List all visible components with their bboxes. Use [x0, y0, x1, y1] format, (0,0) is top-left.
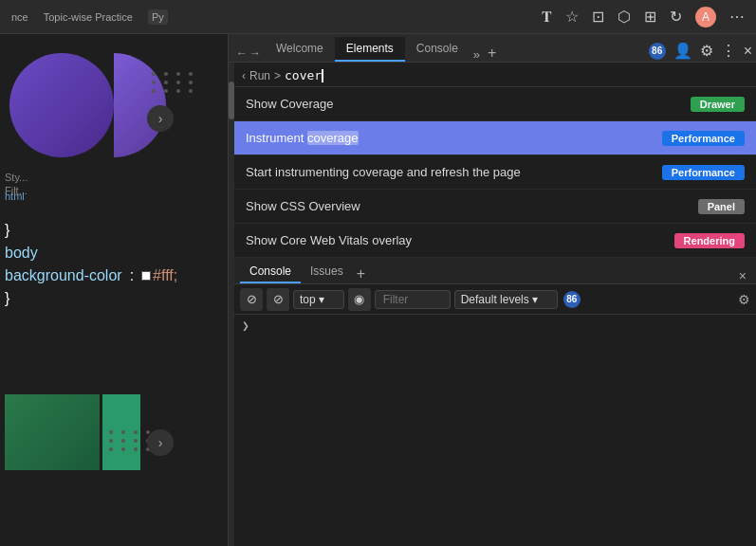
- devtools-nav-arrows: ← →: [232, 45, 265, 62]
- code-line-1: }: [5, 219, 223, 242]
- devtools-close-icon[interactable]: ×: [744, 43, 752, 60]
- browser-top-bar: nce Topic-wise Practice Py 𝐓 ☆ ⊡ ⬡ ⊞ ↻ A…: [0, 0, 756, 34]
- devtools-tab-icons: 86 👤 ⚙ ⋮ ×: [649, 42, 752, 62]
- command-dropdown: Show Coverage Drawer Instrument coverage…: [234, 87, 756, 258]
- cmd-show-core-web-vitals-label: Show Core Web Vitals overlay: [246, 233, 412, 247]
- tab-issues[interactable]: Issues: [301, 261, 353, 283]
- code-bg-value: #fff;: [153, 264, 177, 287]
- code-line-2: body: [5, 242, 223, 264]
- code-bg-prop: background-color: [5, 264, 122, 287]
- devtools-content: ‹ Run > cover Show Coverage Drawer: [234, 63, 756, 546]
- devtools-inner: ‹ Run > cover Show Coverage Drawer: [229, 63, 756, 546]
- console-area: Console Issues + × ⊘ ⊘ top: [234, 258, 756, 546]
- command-input-row: ‹ Run > cover: [242, 68, 748, 82]
- cmd-start-instrument[interactable]: Start instrumenting coverage and refresh…: [234, 155, 756, 190]
- cmd-coverage-highlight: coverage: [307, 131, 358, 145]
- cmd-instrument-coverage-badge: Performance: [662, 131, 745, 146]
- add-console-tab-icon[interactable]: +: [353, 266, 369, 282]
- green-rect-shape: [5, 394, 100, 470]
- devtools-user-icon[interactable]: 👤: [673, 42, 692, 60]
- source-code-area: } body background-color : #fff; }: [5, 219, 223, 310]
- tab-welcome[interactable]: Welcome: [265, 37, 335, 62]
- block-icon-button[interactable]: ⊘: [267, 288, 289, 311]
- browser-toolbar-icons: 𝐓 ☆ ⊡ ⬡ ⊞ ↻ A ⋯: [542, 7, 745, 27]
- devtools-nav-forward-icon[interactable]: →: [249, 46, 261, 60]
- html-ref-link[interactable]: html: [5, 191, 25, 202]
- code-brace-close-2: }: [5, 287, 9, 310]
- webpage-preview: › Sty... Filt... html } body background-…: [0, 34, 228, 546]
- tab-elements[interactable]: Elements: [335, 37, 405, 62]
- run-label: Run: [249, 69, 270, 82]
- tab-console[interactable]: Console: [240, 261, 301, 283]
- code-brace-close-1: }: [5, 219, 9, 242]
- default-levels-label: Default levels: [461, 293, 529, 306]
- clear-console-button[interactable]: ⊘: [240, 288, 263, 311]
- color-swatch: [141, 271, 151, 281]
- code-body-selector: body: [5, 242, 38, 264]
- console-prompt: ❯: [242, 318, 748, 333]
- console-toolbar: ⊘ ⊘ top ▾ ◉ D: [234, 284, 756, 315]
- console-issue-badge: 86: [563, 291, 581, 308]
- top-context-label: top: [300, 293, 316, 306]
- text-cursor: [322, 69, 323, 82]
- cmd-show-coverage[interactable]: Show Coverage Drawer: [234, 87, 756, 121]
- devtools-nav-back-icon[interactable]: ←: [236, 46, 248, 60]
- add-tab-icon[interactable]: +: [484, 45, 500, 62]
- cmd-show-core-web-vitals[interactable]: Show Core Web Vitals overlay Rendering: [234, 224, 756, 258]
- nav-text-3: Py: [148, 9, 168, 25]
- devtools-more-icon[interactable]: ⋮: [721, 42, 736, 60]
- code-line-3: background-color : #fff;: [5, 264, 223, 287]
- console-filter-input[interactable]: [375, 290, 451, 309]
- top-context-select[interactable]: top ▾: [293, 290, 344, 309]
- sync-icon[interactable]: ↻: [670, 8, 682, 26]
- console-tabs-bar: Console Issues + ×: [234, 258, 756, 284]
- avatar[interactable]: A: [695, 7, 716, 27]
- next-arrow-top-button[interactable]: ›: [147, 105, 174, 132]
- cmd-instrument-coverage-label: Instrument coverage: [246, 131, 359, 145]
- purple-circle-shape: [9, 53, 114, 157]
- command-gt-icon: >: [274, 69, 281, 82]
- code-colon: :: [130, 264, 134, 287]
- nav-text-2: Topic-wise Practice: [44, 11, 133, 23]
- devtools-panel: ← → Welcome Elements Console » + 86 👤 ⚙ …: [228, 34, 756, 546]
- star-icon[interactable]: ☆: [565, 8, 579, 26]
- cast-icon[interactable]: ⊞: [644, 8, 656, 26]
- more-icon[interactable]: ⋯: [729, 8, 745, 26]
- cmd-show-core-web-vitals-badge: Rendering: [674, 233, 745, 248]
- command-input-value: cover: [285, 68, 322, 82]
- console-content: ❯: [234, 315, 756, 546]
- top-context-chevron: ▾: [319, 293, 324, 306]
- cmd-show-css-overview[interactable]: Show CSS Overview Panel: [234, 190, 756, 224]
- devtools-tab-bar: ← → Welcome Elements Console » + 86 👤 ⚙ …: [229, 34, 756, 63]
- cmd-show-coverage-label: Show Coverage: [246, 97, 334, 111]
- command-palette: ‹ Run > cover: [234, 63, 756, 87]
- console-settings-icon[interactable]: ⚙: [738, 292, 750, 307]
- cmd-show-css-overview-badge: Panel: [698, 199, 745, 214]
- devtools-settings-icon[interactable]: ⚙: [700, 42, 713, 60]
- cmd-instrument-coverage[interactable]: Instrument coverage Performance: [234, 121, 756, 155]
- browser-nav-left: nce Topic-wise Practice Py: [11, 9, 168, 25]
- close-console-tab-icon[interactable]: ×: [735, 268, 750, 283]
- issue-count-badge: 86: [649, 43, 666, 60]
- code-line-4: }: [5, 287, 223, 310]
- default-levels-select[interactable]: Default levels ▾: [454, 290, 558, 309]
- default-levels-chevron: ▾: [532, 293, 538, 306]
- cmd-show-css-overview-label: Show CSS Overview: [246, 199, 360, 213]
- text-cursor-icon[interactable]: 𝐓: [542, 9, 552, 26]
- split-icon[interactable]: ⊡: [592, 8, 604, 26]
- code-bg-value-group: #fff;: [141, 264, 177, 287]
- more-tabs-icon[interactable]: »: [470, 47, 484, 62]
- command-input-text[interactable]: cover: [285, 68, 323, 82]
- nav-text-1: nce: [11, 11, 28, 23]
- cmd-start-instrument-label: Start instrumenting coverage and refresh…: [246, 165, 521, 179]
- cmd-show-coverage-badge: Drawer: [691, 97, 745, 112]
- style-label: Sty...: [5, 172, 28, 183]
- command-arrow-icon: ‹: [242, 69, 246, 82]
- next-arrow-bottom-button[interactable]: ›: [147, 429, 174, 456]
- dots-top-pattern: [152, 72, 196, 93]
- eye-icon-button[interactable]: ◉: [348, 288, 371, 311]
- main-area: › Sty... Filt... html } body background-…: [0, 34, 756, 546]
- tab-console-top[interactable]: Console: [405, 37, 470, 62]
- extensions-icon[interactable]: ⬡: [618, 8, 631, 26]
- cmd-start-instrument-badge: Performance: [662, 165, 745, 180]
